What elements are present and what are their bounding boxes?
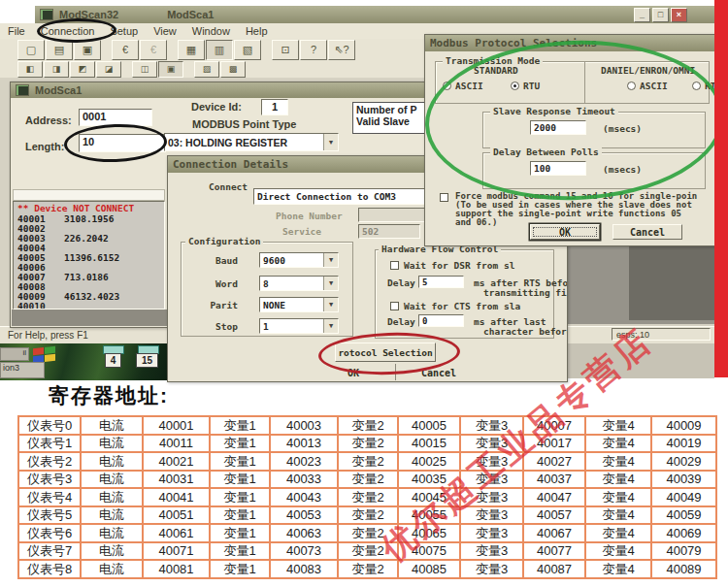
protocol-dialog-titlebar: Modbus Protocol Selections <box>425 35 717 51</box>
format-float-button[interactable]: ▣ <box>158 61 183 78</box>
table-cell: 仪表号1 <box>18 435 81 453</box>
chevron-down-icon[interactable]: ▼ <box>323 319 338 333</box>
table-cell: 40015 <box>398 435 460 453</box>
wait-cts-checkbox[interactable] <box>390 302 399 310</box>
menu-item-help[interactable]: Help <box>238 24 276 38</box>
table-cell: 40055 <box>398 506 460 525</box>
display-traffic-icon: ▥ <box>215 45 224 55</box>
protocol-selections-button[interactable]: rotocol Selection <box>335 342 436 362</box>
protocol-ok-button[interactable]: OK <box>530 224 600 240</box>
baud-select[interactable]: 9600 ▼ <box>259 252 339 268</box>
register-value: 713.0186 <box>64 273 164 282</box>
connect-button[interactable]: € <box>112 40 139 60</box>
document-icon <box>16 84 29 96</box>
format-double-button[interactable]: ▨ <box>194 61 219 78</box>
daniel-label: DANIEL/ENRON/OMNI <box>601 65 695 76</box>
delay2-input[interactable]: 0 <box>418 314 464 327</box>
daniel-ascii-radio[interactable] <box>627 82 636 90</box>
format-binary-button[interactable]: ◧ <box>17 61 43 78</box>
menu-item-view[interactable]: View <box>146 24 184 38</box>
point-type-select[interactable]: 03: HOLDING REGISTER ▼ <box>164 133 339 151</box>
format-unsigned-button[interactable]: ◩ <box>70 61 95 78</box>
maximize-button-icon[interactable]: □ <box>652 8 669 22</box>
table-cell: 变量4 <box>585 488 651 506</box>
menu-item-window[interactable]: Window <box>184 24 238 38</box>
table-row: 仪表号7电流40071变量140073变量240075变量340077变量440… <box>18 542 716 561</box>
register-value <box>64 302 164 310</box>
display-message-button[interactable]: ▧ <box>234 40 261 60</box>
open-folder-button[interactable]: ▤ <box>46 40 73 60</box>
table-cell: 40051 <box>143 506 210 525</box>
taskbar-fragment-1: il <box>0 347 29 361</box>
standard-ascii-radio[interactable] <box>443 82 451 90</box>
table-cell: 40073 <box>270 542 338 561</box>
chevron-down-icon[interactable]: ▼ <box>323 253 338 267</box>
background-lower-area <box>566 342 714 378</box>
table-cell: 变量4 <box>585 542 651 561</box>
polls-input[interactable]: 100 <box>530 161 586 176</box>
close-button-icon[interactable]: × <box>671 8 687 22</box>
status-help-text: For Help, press F1 <box>8 330 88 341</box>
baud-value: 9600 <box>260 255 323 266</box>
wait-dsr-checkbox[interactable] <box>390 261 399 270</box>
context-help-button[interactable]: ⇖? <box>328 40 355 60</box>
save-button[interactable]: ▣ <box>74 40 101 60</box>
table-cell: 变量4 <box>585 471 651 489</box>
display-traffic-button[interactable]: ▥ <box>206 40 233 60</box>
stop-select[interactable]: 1 ▼ <box>259 318 339 334</box>
connect-select[interactable]: Direct Connection to COM3 ▼ <box>253 188 446 205</box>
address-label: Address: <box>25 114 72 126</box>
print-button[interactable]: ⊡ <box>272 40 299 60</box>
force-line-4: and 06.) <box>455 217 497 227</box>
display-data-button[interactable]: ▦ <box>178 40 205 60</box>
length-input[interactable]: 10 <box>79 134 166 152</box>
new-file-button[interactable]: ▢ <box>17 40 45 60</box>
format-swapped-button[interactable]: ▩ <box>220 61 246 78</box>
table-cell: 变量3 <box>460 452 523 471</box>
address-input[interactable]: 0001 <box>79 109 152 126</box>
device-id-label: Device Id: <box>191 101 242 113</box>
daniel-rtu-radio[interactable] <box>692 82 701 90</box>
print-icon: ⊡ <box>281 45 289 55</box>
table-cell: 40081 <box>143 560 210 578</box>
table-cell: 仪表号0 <box>18 416 81 435</box>
table-cell: 40045 <box>398 488 460 506</box>
format-long-button[interactable]: ◫ <box>132 61 157 78</box>
standard-rtu-radio[interactable] <box>511 82 519 90</box>
delay1-input[interactable]: 5 <box>418 276 464 288</box>
screenshot-root: ModScan32 ModSca1 _ □ × File Connection … <box>0 0 728 587</box>
parity-select[interactable]: NONE ▼ <box>259 297 339 312</box>
table-cell: 40005 <box>398 416 460 435</box>
red-edge-bar <box>714 0 728 377</box>
chevron-down-icon[interactable]: ▼ <box>323 277 338 290</box>
format-integer-button[interactable]: ◪ <box>96 61 121 78</box>
connection-cancel-button[interactable]: Cancel <box>407 366 471 380</box>
table-cell: 40047 <box>523 488 585 506</box>
about-button[interactable]: ? <box>300 40 327 60</box>
word-select[interactable]: 8 ▼ <box>259 276 339 291</box>
force-command-checkbox[interactable] <box>440 193 448 202</box>
menu-item-connection[interactable]: Connection <box>33 24 103 38</box>
timeout-input[interactable]: 2000 <box>530 120 586 135</box>
group-divider <box>584 62 585 103</box>
device-id-input[interactable]: 1 <box>261 99 288 115</box>
menu-item-setup[interactable]: Setup <box>102 24 146 38</box>
chevron-down-icon[interactable]: ▼ <box>323 134 338 150</box>
format-float-icon: ▣ <box>167 64 176 75</box>
table-cell: 40083 <box>270 560 338 578</box>
open-folder-icon: ▤ <box>54 45 64 55</box>
connection-ok-button[interactable]: OK <box>323 366 383 380</box>
table-cell: 变量3 <box>460 435 523 453</box>
word-value: 8 <box>260 278 323 289</box>
menu-item-file[interactable]: File <box>0 24 33 38</box>
disconnect-button[interactable]: € <box>140 40 167 60</box>
protocol-cancel-button[interactable]: Cancel <box>612 224 682 240</box>
table-cell: 电流 <box>81 416 143 435</box>
service-input[interactable]: 502 <box>358 224 420 239</box>
format-hex-button[interactable]: ◨ <box>44 61 69 78</box>
desktop-wallpaper-strip: 4 15 il ion3 <box>0 342 167 380</box>
chevron-down-icon[interactable]: ▼ <box>323 298 338 311</box>
minimize-button-icon[interactable]: _ <box>634 8 650 22</box>
table-row: 仪表号4电流40041变量140043变量240045变量340047变量440… <box>18 488 716 506</box>
protocol-dialog-title: Modbus Protocol Selections <box>430 37 597 49</box>
